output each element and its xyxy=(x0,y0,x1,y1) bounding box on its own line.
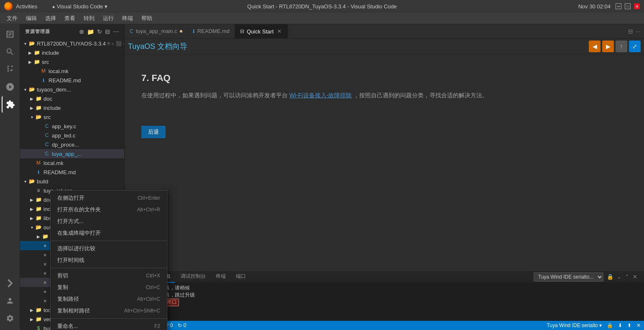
tab-close-icon[interactable]: ✕ xyxy=(276,28,283,35)
activity-settings[interactable] xyxy=(2,310,18,327)
panel-line-1: 正在准备烧写工具，请稍候 xyxy=(130,284,639,292)
nav-prev-btn[interactable]: ◀ xyxy=(589,41,601,52)
ctx-open-with[interactable]: 打开方式... xyxy=(51,216,167,227)
arrow-icon: ▶ xyxy=(27,58,33,65)
new-file-icon[interactable]: ⊕ xyxy=(79,28,84,35)
doc-section-title: 7. FAQ xyxy=(141,73,627,84)
tree-item-readme-1[interactable]: ℹ README.md xyxy=(20,76,124,85)
tree-item-local-mk-2[interactable]: M local.mk xyxy=(20,158,124,168)
back-button[interactable]: 后退 xyxy=(141,126,166,138)
tab-quick-start[interactable]: ⊟ Quick Start ✕ xyxy=(235,24,288,38)
nav-next-btn[interactable]: ▶ xyxy=(602,41,614,52)
doc-paragraph: 在使用过程中，如果遇到问题，可以访问涂鸦开发者平台 Wi-Fi设备接入-故障排除… xyxy=(141,90,627,101)
tree-item-doc[interactable]: ▶ 📁 doc xyxy=(20,94,124,103)
tree-item-tuya-app-main[interactable]: C tuya_app_... xyxy=(20,149,124,158)
split-editor-icon[interactable]: ⊟ xyxy=(628,28,633,35)
activity-extensions[interactable] xyxy=(2,96,18,113)
panel-close-icon[interactable]: ✕ xyxy=(633,274,637,280)
tree-item-tuyaos-demo[interactable]: ▾ 📂 tuyaos_dem... xyxy=(20,85,124,94)
ctx-label: 打开时间线 xyxy=(57,256,84,264)
folder-icon: 📁 xyxy=(33,49,40,56)
folder-icon: 📁 xyxy=(33,58,40,65)
ctx-copy-path[interactable]: 复制路径 Alt+Ctrl+C xyxy=(51,293,167,305)
collapse-icon[interactable]: ⊟ xyxy=(105,28,110,35)
ctx-copy[interactable]: 复制 Ctrl+C xyxy=(51,282,167,293)
ctx-open-folder[interactable]: 打开所在的文件夹 Alt+Ctrl+R xyxy=(51,204,167,216)
tree-item-app-key[interactable]: C app_key.c xyxy=(20,122,124,131)
tree-item-app-led[interactable]: C app_led.c xyxy=(20,131,124,140)
ctx-label: 选择以进行比较 xyxy=(57,245,95,252)
panel-tab-ports[interactable]: 端口 xyxy=(232,271,250,283)
panel-expand-icon[interactable]: ⌃ xyxy=(625,274,629,280)
menu-terminal[interactable]: 终端 xyxy=(119,13,136,23)
minimize-icon[interactable]: ━ xyxy=(616,3,621,9)
status-lock-icon[interactable]: 🔒 xyxy=(607,322,613,328)
arrow-icon: ▾ xyxy=(28,224,35,231)
ctx-compare[interactable]: 选择以进行比较 xyxy=(51,243,167,254)
maximize-icon[interactable]: ▭ xyxy=(625,3,631,9)
ctx-cut[interactable]: 剪切 Ctrl+X xyxy=(51,270,167,282)
tree-root-folder[interactable]: ▾ 📂 RTL8720DN_TUYAOS-3.3.4 ⎘ ↻ ⬛ ··· xyxy=(20,39,124,48)
close-icon[interactable]: ✕ xyxy=(634,3,640,9)
file-icon: C xyxy=(43,123,50,129)
ctx-label: 在集成终端中打开 xyxy=(57,229,101,237)
ctx-label: 在侧边打开 xyxy=(57,194,84,202)
tree-item-local-mk-1[interactable]: M local.mk xyxy=(20,66,124,76)
activity-remote[interactable] xyxy=(2,275,18,292)
tree-item-dp-proce[interactable]: C dp_proce... xyxy=(20,140,124,149)
ctx-timeline[interactable]: 打开时间线 xyxy=(51,254,167,266)
tab-file-icon: ℹ xyxy=(193,28,195,34)
menu-edit[interactable]: 编辑 xyxy=(23,13,40,23)
tab-readme[interactable]: ℹ README.md xyxy=(188,24,235,38)
ctx-open-terminal[interactable]: 在集成终端中打开 xyxy=(51,227,167,239)
status-upload-icon[interactable]: ⬆ xyxy=(627,322,631,328)
nav-expand-btn[interactable]: ⤢ xyxy=(629,41,641,52)
panel-collapse-icon[interactable]: ⌄ xyxy=(617,274,621,280)
status-close-icon[interactable]: ✕ xyxy=(636,322,641,328)
activity-run[interactable] xyxy=(2,79,18,95)
file-icon: ≡ xyxy=(42,261,49,267)
tree-item-src-2[interactable]: ▾ 📂 src xyxy=(20,112,124,122)
tree-item-include-2[interactable]: ▶ 📁 include xyxy=(20,103,124,112)
folder-icon: 📁 xyxy=(35,316,42,322)
status-port-selector[interactable]: Tuya Wind IDE serialto ▾ xyxy=(547,322,602,328)
status-download-icon[interactable]: ⬇ xyxy=(618,322,622,328)
ctx-open-side[interactable]: 在侧边打开 Ctrl+Enter xyxy=(51,192,167,204)
tree-item-build[interactable]: ▾ 📂 build xyxy=(20,177,124,186)
ctx-rename[interactable]: 重命名... F2 xyxy=(51,320,167,330)
panel-lock-icon[interactable]: 🔒 xyxy=(607,274,613,280)
menu-file[interactable]: 文件 xyxy=(3,13,21,23)
panel-error-line: 没有找到支持的串口 xyxy=(130,299,639,306)
tree-item-src-1[interactable]: ▶ 📁 src xyxy=(20,57,124,66)
menu-goto[interactable]: 转到 xyxy=(80,13,98,23)
activity-source-control[interactable] xyxy=(2,61,18,78)
doc-viewer[interactable]: 7. FAQ 在使用过程中，如果遇到问题，可以访问涂鸦开发者平台 Wi-Fi设备… xyxy=(125,54,644,271)
refresh-icon[interactable]: ↻ xyxy=(97,28,102,35)
arrow-icon: ▶ xyxy=(28,104,35,111)
new-folder-icon[interactable]: 📁 xyxy=(87,28,95,35)
doc-link[interactable]: Wi-Fi设备接入-故障排除 xyxy=(289,92,352,99)
panel-right-controls: Tuya Wind IDE serialto... 🔒 ⌄ ⌃ ✕ xyxy=(534,272,641,282)
activity-explorer[interactable] xyxy=(2,26,18,43)
activity-search[interactable] xyxy=(2,43,18,60)
tree-item-include-1[interactable]: ▶ 📁 include xyxy=(20,48,124,57)
more-options-icon[interactable]: ··· xyxy=(113,28,119,35)
nav-up-btn[interactable]: ↑ xyxy=(616,41,627,52)
menu-select[interactable]: 选择 xyxy=(42,13,59,23)
tree-item-readme-2[interactable]: ℹ README.md xyxy=(20,168,124,177)
menu-view[interactable]: 查看 xyxy=(61,13,79,23)
tab-tuya-app-main[interactable]: C tuya_app_main.c xyxy=(125,24,188,38)
more-actions-icon[interactable]: ··· xyxy=(636,28,641,35)
panel-tab-terminal[interactable]: 终端 xyxy=(212,271,230,283)
file-label: app_led.c xyxy=(52,132,75,139)
panel-tabs: 问题 1 输出 调试控制台 终端 端口 xyxy=(125,271,644,283)
tuya-title-inline: TuyaOS 文档向导 xyxy=(128,42,187,51)
ctx-copy-relative-path[interactable]: 复制相对路径 Alt+Ctrl+Shift+C xyxy=(51,305,167,317)
activity-account[interactable] xyxy=(2,292,18,309)
port-selector[interactable]: Tuya Wind IDE serialto... xyxy=(534,272,603,282)
menu-help[interactable]: 帮助 xyxy=(138,13,156,23)
panel-tab-debug[interactable]: 调试控制台 xyxy=(176,271,210,283)
tab-bar: C tuya_app_main.c ℹ README.md ⊟ Quick St… xyxy=(125,24,644,39)
file-icon: ≡ xyxy=(42,279,49,286)
menu-run[interactable]: 运行 xyxy=(100,13,117,23)
